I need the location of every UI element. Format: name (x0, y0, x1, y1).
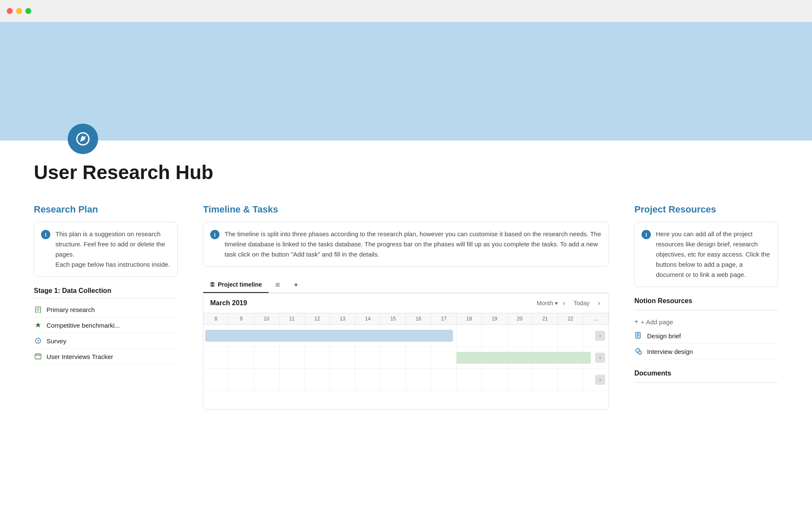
resources-column: Project Resources i Here you can add all… (634, 204, 778, 388)
info-icon-resources: i (642, 230, 651, 239)
calendar-day-headers: 8 9 10 11 12 13 14 15 16 17 18 19 20 21 … (203, 313, 609, 325)
day-10: 10 (254, 313, 280, 324)
notion-resources-title: Notion Resources (634, 297, 778, 305)
nav-item-primary-research[interactable]: Primary research (34, 302, 178, 318)
tab-grid[interactable]: ⊞ (269, 277, 287, 293)
svg-rect-13 (637, 335, 639, 336)
design-brief-label: Design brief (647, 332, 681, 340)
day-15: 15 (381, 313, 406, 324)
day-8: 8 (203, 313, 229, 324)
nav-item-survey[interactable]: ? Survey (34, 333, 178, 349)
page-title: User Research Hub (34, 161, 778, 184)
day-22: 22 (558, 313, 583, 324)
timeline-title: Timeline & Tasks (203, 204, 609, 215)
timeline-info-text: The timeline is split into three phases … (225, 229, 602, 260)
title-bar (0, 0, 812, 22)
timeline-calendar: March 2019 Month ▾ ‹ Today › 8 9 (203, 293, 609, 410)
research-plan-info-card: i This plan is a suggestion on research … (34, 222, 178, 277)
interviews-icon (34, 352, 42, 361)
svg-text:?: ? (37, 339, 39, 343)
calendar-body: › (203, 325, 609, 409)
calendar-header: March 2019 Month ▾ ‹ Today › (203, 293, 609, 313)
nav-item-user-interviews[interactable]: User Interviews Tracker (34, 349, 178, 364)
day-18: 18 (457, 313, 482, 324)
traffic-light-green[interactable] (25, 8, 31, 14)
columns-grid: Research Plan i This plan is a suggestio… (34, 204, 778, 410)
info-icon-timeline: i (210, 230, 219, 239)
tab-star[interactable]: ★ (287, 277, 305, 293)
next-month-button[interactable]: › (596, 298, 602, 309)
star-tab-icon: ★ (294, 282, 299, 288)
hero-banner (0, 22, 812, 141)
timeline-tabs: 🗓 Project timeline ⊞ ★ (203, 277, 609, 293)
interviews-label: User Interviews Tracker (47, 353, 113, 360)
nav-item-competitive[interactable]: Competitive benchmarki... (34, 318, 178, 333)
competitive-icon (34, 321, 42, 329)
prev-month-button[interactable]: ‹ (561, 298, 567, 309)
resource-design-brief[interactable]: Design brief (634, 328, 778, 344)
timeline-column: Timeline & Tasks i The timeline is split… (203, 204, 609, 410)
grid-tab-icon: ⊞ (275, 282, 280, 288)
resources-info-text: Here you can add all of the project reso… (656, 229, 771, 280)
documents-title: Documents (634, 370, 778, 377)
interview-design-icon: ... ... (634, 347, 643, 356)
svg-rect-12 (637, 334, 639, 334)
resources-info-card: i Here you can add all of the project re… (634, 222, 778, 287)
day-20: 20 (508, 313, 533, 324)
day-12: 12 (305, 313, 330, 324)
day-extra: ... (583, 313, 609, 324)
timeline-tab-label: Project timeline (218, 281, 262, 288)
calendar-controls: Month ▾ ‹ Today › (537, 298, 602, 309)
research-plan-info-text: This plan is a suggestion on research st… (55, 229, 170, 270)
survey-icon: ? (34, 337, 42, 345)
month-label: Month (537, 300, 553, 306)
info-icon-research: i (41, 230, 50, 239)
timeline-info-card: i The timeline is split into three phase… (203, 222, 609, 267)
resources-title: Project Resources (634, 204, 778, 215)
day-17: 17 (431, 313, 457, 324)
day-9: 9 (229, 313, 254, 324)
page-icon-wrapper (68, 124, 778, 154)
day-14: 14 (355, 313, 381, 324)
stage-heading: Stage 1: Data Collection (34, 287, 178, 298)
add-page-button[interactable]: + + Add page (634, 315, 778, 328)
traffic-light-red[interactable] (7, 8, 13, 14)
traffic-light-yellow[interactable] (16, 8, 22, 14)
month-chevron: ▾ (555, 300, 558, 306)
day-13: 13 (330, 313, 355, 324)
research-plan-title: Research Plan (34, 204, 178, 215)
row3-expand-btn[interactable]: › (595, 375, 605, 385)
day-16: 16 (406, 313, 431, 324)
row2-expand-btn[interactable]: › (595, 353, 605, 363)
calendar-tab-icon: 🗓 (210, 282, 215, 288)
add-page-icon: + (634, 318, 638, 326)
primary-research-label: Primary research (47, 306, 95, 313)
svg-rect-7 (35, 354, 41, 359)
interview-design-label: Interview design (647, 348, 693, 355)
day-11: 11 (280, 313, 305, 324)
design-brief-icon (634, 331, 643, 340)
research-plan-column: Research Plan i This plan is a suggestio… (34, 204, 178, 364)
month-view-button[interactable]: Month ▾ (537, 300, 558, 306)
compass-icon (75, 131, 91, 147)
divider-1 (634, 310, 778, 310)
divider-2 (634, 382, 778, 383)
page-content: User Research Hub Research Plan i This p… (0, 124, 812, 444)
resource-interview-design[interactable]: ... ... Interview design (634, 344, 778, 359)
tab-project-timeline[interactable]: 🗓 Project timeline (203, 277, 269, 293)
primary-research-icon (34, 305, 42, 314)
svg-rect-14 (637, 336, 638, 337)
today-button[interactable]: Today (570, 298, 593, 308)
svg-text:...: ... (639, 351, 642, 354)
page-icon (68, 124, 98, 154)
add-page-label: + Add page (641, 318, 673, 326)
row1-expand-btn[interactable]: › (595, 331, 605, 341)
survey-label: Survey (47, 337, 66, 345)
day-19: 19 (482, 313, 508, 324)
calendar-month: March 2019 (210, 299, 247, 307)
competitive-label: Competitive benchmarki... (47, 322, 120, 329)
day-21: 21 (532, 313, 558, 324)
